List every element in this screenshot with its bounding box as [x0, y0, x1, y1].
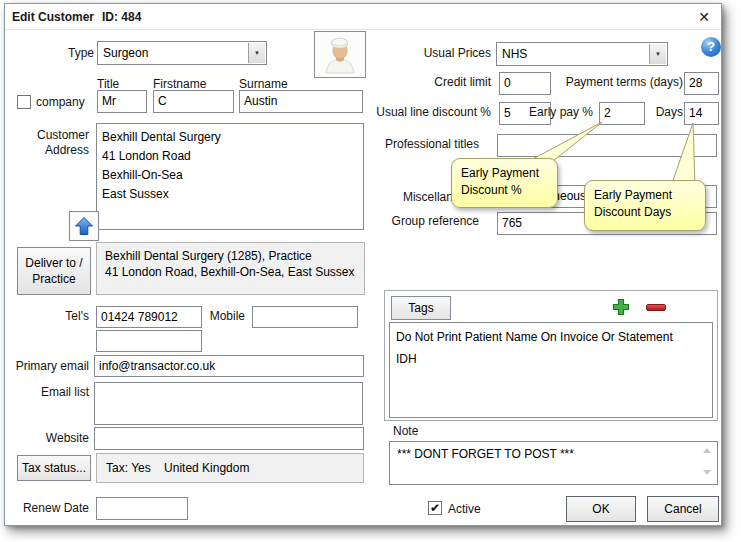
chevron-down-icon: ▼	[649, 44, 666, 64]
group-reference-label: Group reference	[365, 214, 479, 229]
list-item[interactable]: IDH	[396, 348, 706, 370]
credit-limit-label: Credit limit	[385, 75, 491, 90]
renew-date-label: Renew Date	[7, 501, 89, 516]
list-item[interactable]: Do Not Print Patient Name On Invoice Or …	[396, 326, 706, 348]
company-label: company	[36, 95, 92, 110]
primary-email-label: Primary email	[7, 359, 89, 374]
type-label: Type	[34, 46, 94, 61]
website-label: Website	[7, 431, 89, 446]
deliver-address-panel: Bexhill Dental Surgery (1285), Practice …	[96, 242, 365, 295]
title-bar: Edit Customer ID: 484 ✕	[5, 4, 721, 30]
chevron-down-icon: ▼	[248, 43, 265, 63]
tels-label: Tel's	[7, 309, 89, 324]
usual-prices-value: NHS	[502, 47, 527, 61]
plus-icon	[612, 298, 630, 316]
close-icon: ✕	[698, 9, 710, 25]
line-discount-label: Usual line discount %	[365, 105, 491, 120]
edit-customer-dialog: Edit Customer ID: 484 ✕ Type Surgeon ▼ T…	[4, 3, 722, 526]
record-id: ID: 484	[102, 10, 141, 24]
customer-address-textarea[interactable]: Bexhill Dental Surgery 41 London Road Be…	[96, 123, 364, 230]
payment-terms-label: Payment terms (days)	[555, 75, 683, 90]
tel-field[interactable]: 01424 789012	[96, 306, 202, 328]
usual-prices-select[interactable]: NHS ▼	[496, 42, 668, 66]
scroll-down-icon[interactable]	[703, 470, 711, 475]
surgeon-avatar-icon	[319, 35, 361, 75]
scroll-up-icon[interactable]	[703, 448, 711, 453]
email-list-label: Email list	[7, 385, 89, 400]
tax-status-panel: Tax: Yes United Kingdom	[96, 453, 364, 483]
up-arrow-icon	[74, 216, 94, 236]
tags-list[interactable]: Do Not Print Patient Name On Invoice Or …	[389, 322, 713, 418]
customer-photo-button[interactable]	[314, 31, 366, 78]
callout-early-pay-days: Early Payment Discount Days	[584, 180, 706, 231]
surname-field[interactable]: Austin	[239, 90, 363, 113]
add-tag-button[interactable]	[612, 298, 630, 316]
note-label: Note	[393, 424, 453, 439]
active-checkbox[interactable]: ✔	[428, 501, 442, 515]
help-button[interactable]: ?	[701, 37, 721, 57]
title-field[interactable]: Mr	[97, 90, 147, 113]
help-icon: ?	[707, 39, 715, 54]
tel2-field[interactable]	[96, 330, 202, 352]
deliver-to-practice-button[interactable]: Deliver to / Practice	[17, 247, 91, 295]
note-textarea[interactable]: *** DONT FORGET TO POST ***	[389, 441, 718, 485]
company-checkbox[interactable]	[17, 95, 31, 109]
remove-tag-button[interactable]	[646, 304, 666, 311]
tax-status-button[interactable]: Tax status...	[17, 455, 91, 481]
check-icon: ✔	[430, 501, 440, 515]
type-select[interactable]: Surgeon ▼	[97, 41, 267, 65]
close-button[interactable]: ✕	[695, 8, 713, 26]
dialog-title: Edit Customer	[12, 10, 94, 24]
type-value: Surgeon	[103, 46, 148, 60]
mobile-label: Mobile	[205, 309, 245, 324]
customer-address-label: Customer Address	[7, 128, 89, 158]
payment-terms-field[interactable]: 28	[684, 72, 719, 95]
cancel-button[interactable]: Cancel	[647, 496, 719, 522]
move-address-up-button[interactable]	[69, 211, 99, 241]
primary-email-field[interactable]: info@transactor.co.uk	[94, 355, 364, 377]
screen: Edit Customer ID: 484 ✕ Type Surgeon ▼ T…	[0, 0, 741, 542]
mobile-field[interactable]	[252, 306, 358, 328]
ok-button[interactable]: OK	[566, 496, 636, 522]
usual-prices-label: Usual Prices	[385, 46, 491, 61]
professional-titles-label: Professional titles	[365, 137, 479, 152]
website-field[interactable]	[94, 427, 364, 450]
active-label: Active	[448, 502, 498, 517]
tags-button[interactable]: Tags	[391, 296, 451, 320]
callout-early-pay-percent: Early Payment Discount %	[451, 158, 558, 208]
email-list-textarea[interactable]	[94, 382, 363, 425]
credit-limit-field[interactable]: 0	[499, 72, 551, 95]
firstname-field[interactable]: C	[153, 90, 234, 113]
renew-date-field[interactable]	[96, 497, 188, 520]
